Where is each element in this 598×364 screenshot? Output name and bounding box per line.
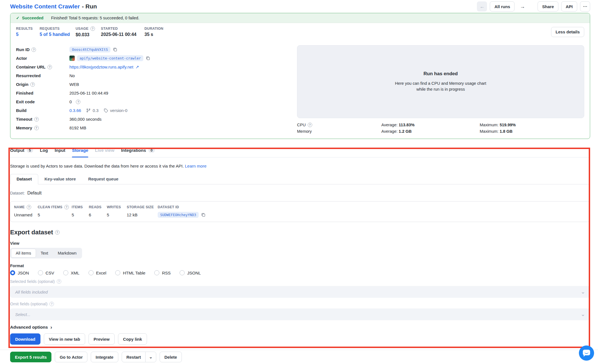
all-runs-button[interactable]: All runs (490, 1, 515, 12)
help-icon: ? (57, 279, 61, 284)
subtab-request-queue[interactable]: Request queue (82, 174, 125, 184)
help-icon[interactable]: ? (27, 205, 31, 209)
less-details-button[interactable]: Less details (551, 27, 584, 37)
status-message: Finished! Total 5 requests: 5 succeeded,… (51, 16, 139, 20)
back-arrow-icon: ← (477, 1, 487, 12)
help-icon[interactable]: ? (30, 82, 35, 87)
actor-avatar-icon (69, 56, 75, 61)
detail-row-actor: Actor apify/website-content-crawler (16, 54, 297, 63)
omit-fields-select[interactable]: Select... ⌄ (10, 308, 590, 320)
detail-row-build: Build 0.3.66 0.3 version-0 (16, 106, 297, 115)
tab-live-view: Live view (95, 143, 114, 157)
radio-icon (10, 270, 15, 275)
actor-chip[interactable]: apify/website-content-crawler (77, 55, 143, 61)
help-icon[interactable]: ? (90, 26, 95, 31)
status-banner: ✓ Succeeded Finished! Total 5 requests: … (10, 13, 590, 23)
chat-widget-button[interactable] (579, 345, 594, 361)
tab-integrations[interactable]: Integrations0 (121, 143, 155, 157)
view-option-all-items[interactable]: All items (11, 249, 36, 258)
requests-link[interactable]: 5 of 5 handled (40, 32, 76, 37)
format-html-table[interactable]: HTML Table (115, 270, 145, 275)
stat-started: STARTED 2025-06-11 00:44 (101, 27, 144, 37)
build-version-link[interactable]: 0.3.66 (69, 108, 81, 113)
chat-bubble-icon (583, 350, 590, 355)
tab-storage[interactable]: Storage (72, 143, 88, 157)
help-icon[interactable]: ? (34, 117, 39, 122)
stat-requests: REQUESTS 5 of 5 handled (40, 27, 76, 37)
format-json[interactable]: JSON (10, 270, 29, 275)
copy-icon[interactable] (113, 47, 117, 52)
output-count-badge: 5 (27, 148, 33, 153)
usage-stats: CPU? Average: 113.83% Maximum: 519.99% M… (297, 123, 584, 134)
cpu-label: CPU? (297, 123, 381, 127)
api-button[interactable]: API (561, 1, 577, 12)
copy-icon[interactable] (146, 56, 150, 61)
chevron-right-icon: › (50, 324, 52, 330)
format-xml[interactable]: XML (63, 270, 80, 275)
help-icon[interactable]: ? (76, 100, 80, 104)
restart-dropdown-button[interactable]: ⌄ (145, 352, 156, 362)
help-icon[interactable]: ? (64, 205, 69, 209)
learn-more-link[interactable]: Learn more (185, 164, 207, 168)
table-row: Unnamed 5 5 6 5 12 kB SUDWEFEOHcheyYND3 (14, 212, 586, 218)
dataset-selector: Dataset: Default (10, 191, 590, 196)
detail-row-run-id: Run ID? Ooosc4tCYqubVXItS (16, 45, 297, 54)
radio-icon (180, 270, 185, 275)
help-icon[interactable]: ? (47, 65, 52, 69)
tag-icon (104, 108, 108, 113)
results-link[interactable]: 5 (16, 32, 40, 37)
detail-row-finished: Finished 2025-06-11 00:44:49 (16, 89, 297, 97)
copy-link-button[interactable]: Copy link (118, 333, 147, 345)
help-icon[interactable]: ? (308, 123, 312, 127)
radio-icon (154, 270, 159, 275)
help-icon[interactable]: ? (55, 230, 60, 235)
forward-arrow-icon[interactable]: → (517, 1, 527, 12)
export-actions: Download View in new tab Preview Copy li… (10, 333, 590, 345)
tab-input[interactable]: Input (55, 143, 65, 157)
run-tabs: Output5 Log Input Storage Live view Inte… (10, 143, 590, 157)
subtab-key-value-store[interactable]: Key-value store (38, 174, 82, 184)
go-to-actor-button[interactable]: Go to Actor (55, 352, 87, 362)
actor-title-link[interactable]: Website Content Crawler (10, 3, 80, 10)
view-option-text[interactable]: Text (36, 249, 53, 258)
run-details-list: Run ID? Ooosc4tCYqubVXItS Actor apify/we… (16, 45, 297, 134)
format-radio-group: JSON CSV XML Excel HTML Table RSS JSONL (10, 270, 590, 275)
download-button[interactable]: Download (10, 333, 40, 345)
integrations-count-badge: 0 (148, 148, 155, 153)
external-link-icon: ↗ (135, 65, 139, 70)
integrate-button[interactable]: Integrate (91, 352, 118, 362)
subtab-dataset[interactable]: Dataset (10, 174, 38, 184)
selected-fields-select[interactable]: All fields included ⌄ (10, 286, 590, 298)
detail-row-resurrected: Resurrected No (16, 71, 297, 80)
top-bar-actions: ← All runs → Share API ⋯ (477, 1, 590, 12)
help-icon[interactable]: ? (31, 47, 36, 52)
radio-icon (63, 270, 68, 275)
radio-icon (115, 270, 120, 275)
detail-row-memory: Memory? 8192 MB (16, 123, 297, 132)
preview-button[interactable]: Preview (89, 333, 115, 345)
export-results-button[interactable]: Export 5 results (10, 352, 51, 362)
help-icon[interactable]: ? (34, 126, 39, 130)
format-jsonl[interactable]: JSONL (180, 270, 201, 275)
format-excel[interactable]: Excel (89, 270, 107, 275)
view-segmented-control: All items Text Markdown (10, 248, 82, 258)
view-option-markdown[interactable]: Markdown (53, 249, 81, 258)
advanced-options-toggle[interactable]: Advanced options › (10, 324, 590, 330)
container-url-link[interactable]: https://8koxjyodztow.runs.apify.net (69, 65, 133, 69)
tab-output[interactable]: Output5 (10, 143, 33, 157)
format-rss[interactable]: RSS (154, 270, 171, 275)
more-options-button[interactable]: ⋯ (580, 1, 590, 12)
dataset-info-table: NAME? CLEAN ITEMS? ITEMS READS WRITES ST… (10, 201, 590, 222)
dataset-id-chip[interactable]: SUDWEFEOHcheyYND3 (158, 212, 199, 218)
share-button[interactable]: Share (538, 1, 558, 12)
view-in-new-tab-button[interactable]: View in new tab (44, 333, 85, 345)
restart-split-button: Restart ⌄ (122, 352, 156, 362)
delete-button[interactable]: Delete (160, 352, 182, 362)
tab-log[interactable]: Log (40, 143, 48, 157)
format-csv[interactable]: CSV (38, 270, 54, 275)
copy-icon[interactable] (201, 212, 206, 217)
run-id-chip[interactable]: Ooosc4tCYqubVXItS (69, 47, 110, 52)
radio-icon (38, 270, 43, 275)
restart-button[interactable]: Restart (122, 352, 146, 362)
footer-action-bar: Export 5 results Go to Actor Integrate R… (0, 350, 598, 364)
